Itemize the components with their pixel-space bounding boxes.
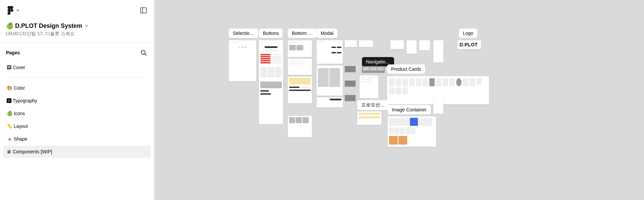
frame-small-tr-5[interactable] — [433, 95, 443, 114]
logo-text: D.PLOT — [458, 41, 480, 49]
page-separator — [9, 78, 145, 78]
chevron-down-icon[interactable] — [85, 24, 88, 28]
canvas[interactable]: Selectio… Buttons — [154, 0, 644, 200]
frame-selection-controls[interactable] — [229, 40, 256, 81]
frame-modal-2[interactable] — [317, 65, 343, 96]
figma-logo-icon — [7, 6, 13, 15]
frame-label-logo[interactable]: Logo — [459, 29, 477, 38]
search-icon — [140, 49, 147, 56]
svg-point-0 — [10, 9, 13, 12]
sidebar: 🍏 D.PLOT Design System UIUX디자인팀 17, 디플롯 … — [0, 0, 154, 200]
frame-nav-dark-1[interactable] — [345, 66, 356, 72]
frame-label-image-container[interactable]: Image Container — [388, 105, 431, 114]
page-item[interactable]: 🅰 Typography — [3, 95, 151, 107]
frame-logo[interactable]: D.PLOT — [458, 40, 481, 49]
svg-point-3 — [141, 50, 145, 54]
search-pages-button[interactable] — [139, 48, 148, 57]
frame-label-selection[interactable]: Selectio… — [229, 29, 258, 38]
panel-toggle-button[interactable] — [139, 6, 148, 15]
frame-buttons[interactable] — [259, 40, 283, 124]
frame-small-tr-4[interactable] — [433, 40, 443, 62]
file-subtitle: UIUX디자인팀 17, 디플롯 스쿼드 — [6, 31, 148, 37]
frame-modal-1[interactable] — [317, 40, 343, 64]
frame-bottom-3[interactable] — [288, 77, 312, 103]
frame-bottom-1[interactable] — [288, 40, 312, 57]
frame-label-bottom[interactable]: Bottom … — [288, 29, 317, 38]
chevron-down-icon — [16, 9, 19, 12]
frame-label-product-cards[interactable]: Product Cards — [387, 64, 425, 74]
frame-small-tr-2[interactable] — [407, 40, 417, 54]
frame-nav-dark-2[interactable] — [345, 81, 356, 87]
top-bar — [0, 0, 154, 21]
pages-section: Pages — [0, 43, 154, 61]
frame-bottom-2[interactable] — [288, 59, 312, 75]
frame-modal-3[interactable] — [317, 97, 343, 107]
file-header: 🍏 D.PLOT Design System UIUX디자인팀 17, 디플롯 … — [0, 21, 154, 43]
frame-bottom-4[interactable] — [288, 116, 312, 137]
frame-promotion[interactable] — [357, 111, 381, 125]
file-title[interactable]: 🍏 D.PLOT Design System — [6, 22, 82, 30]
frame-small-3[interactable] — [360, 76, 378, 98]
frame-label-buttons[interactable]: Buttons — [259, 29, 283, 38]
svg-rect-1 — [141, 8, 147, 13]
frame-label-promotion[interactable]: 프로모션… — [357, 100, 389, 110]
frame-small-tr-1[interactable] — [390, 40, 404, 49]
frame-image-container[interactable] — [388, 116, 436, 147]
page-item[interactable]: 🖥 Components [WIP] — [3, 146, 151, 158]
frame-nav-dark-3[interactable] — [345, 95, 356, 101]
frame-navigation-bar[interactable] — [362, 66, 385, 73]
page-item[interactable]: 🍏 Icons — [3, 107, 151, 119]
svg-line-4 — [145, 54, 146, 55]
frame-small-tr-3[interactable] — [419, 40, 430, 50]
pages-heading: Pages — [6, 50, 20, 55]
frame-label-modal[interactable]: Modal — [317, 29, 337, 38]
page-item[interactable]: 📏 Layout — [3, 120, 151, 132]
main-menu-button[interactable] — [6, 5, 21, 16]
sidebar-panel-icon — [140, 7, 147, 13]
page-item[interactable]: 🖼 Cover — [3, 61, 151, 73]
page-list: 🖼 Cover🎨 Color🅰 Typography🍏 Icons📏 Layou… — [0, 61, 154, 158]
page-item[interactable]: 🔺 Shape — [3, 133, 151, 145]
frame-small-2[interactable] — [359, 40, 373, 47]
page-item[interactable]: 🎨 Color — [3, 82, 151, 94]
frame-small-1[interactable] — [345, 40, 357, 47]
